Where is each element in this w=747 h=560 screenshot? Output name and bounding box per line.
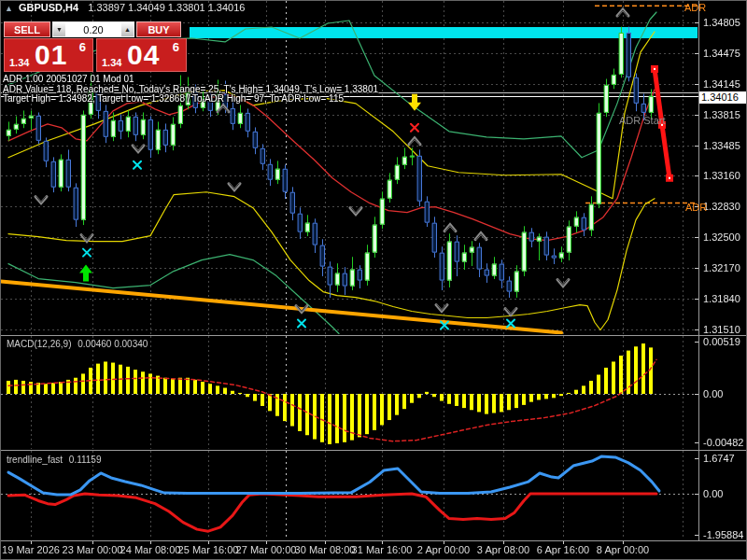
date-tick-label: 31 Mar 16:00 xyxy=(352,544,413,555)
price-tick-label: -1.95884 xyxy=(703,529,743,540)
panel-separator-trendline[interactable] xyxy=(1,450,747,451)
lot-size-spinner: ▼ ▲ xyxy=(52,21,134,37)
price-tick-label: 1.33485 xyxy=(703,140,740,151)
sell-price-point: 6 xyxy=(79,40,86,54)
price-axis-divider xyxy=(698,1,699,540)
date-tick-label: 3 Apr 08:00 xyxy=(477,544,529,555)
time-axis-separator xyxy=(1,540,747,541)
price-tick-label: 1.34145 xyxy=(703,78,740,90)
price-tick-label: 1.32170 xyxy=(703,262,740,273)
price-tick-label: 1.34475 xyxy=(703,48,740,59)
price-tick-label: 1.34805 xyxy=(703,17,740,28)
macd-name: MACD(12,26,9) xyxy=(7,339,71,349)
macd-values: 0.00460 0.00340 xyxy=(78,339,148,349)
ohlc-header: ▲ GBPUSD,H4 1.33897 1.34049 1.33801 1.34… xyxy=(5,2,245,13)
adr-high-label: ADR xyxy=(684,2,706,13)
buy-price-point: 6 xyxy=(173,40,179,54)
price-tick-label: 1.33160 xyxy=(703,170,740,181)
sell-price-quote[interactable]: 1.34 01 6 xyxy=(4,38,93,72)
adr-info-text: ADR 1.00 20051027 01 Mod 01ADR Value= 11… xyxy=(3,75,378,105)
price-tick-label: 1.6747 xyxy=(703,453,735,464)
one-click-trade-panel: SELL ▼ ▲ BUY 1.34 01 6 1.34 04 6 xyxy=(4,21,187,72)
adr-start-label: ADR Start xyxy=(619,115,666,126)
price-tick-label: 0.00 xyxy=(703,388,723,399)
sell-button[interactable]: SELL xyxy=(4,21,50,37)
price-tick-label: 0.00 xyxy=(703,488,723,499)
buy-price-pips: 04 xyxy=(127,39,160,71)
adr-info-line: Target High= 1.34982, Target Low= 1.3286… xyxy=(3,94,378,105)
lot-increase-icon[interactable]: ▲ xyxy=(121,22,134,36)
adr-info-line: ADR 1.00 20051027 01 Mod 01 xyxy=(3,75,378,85)
buy-price-quote[interactable]: 1.34 04 6 xyxy=(96,38,187,72)
trendline-value: 0.11159 xyxy=(69,455,102,465)
buy-button[interactable]: BUY xyxy=(136,21,181,37)
price-tick-label: 1.31510 xyxy=(703,324,740,335)
lot-size-input[interactable] xyxy=(65,22,121,36)
collapse-icon[interactable]: ▲ xyxy=(5,4,13,13)
date-tick-label: 2 Apr 00:00 xyxy=(417,544,470,555)
date-tick-label: 6 Apr 16:00 xyxy=(537,544,589,555)
price-tick-label: 1.33815 xyxy=(703,109,740,120)
date-tick-label: 8 Apr 00:00 xyxy=(597,544,649,555)
adr-low-label: ADR xyxy=(685,202,707,213)
price-tick-label: 1.31840 xyxy=(703,293,740,304)
symbol-timeframe: GBPUSD,H4 xyxy=(19,2,78,13)
price-tick-label: 1.32830 xyxy=(703,201,740,212)
date-tick-label: 19 Mar 2026 xyxy=(2,544,60,555)
price-tick-label: 1.32500 xyxy=(703,231,740,243)
mt4-chart-window: ▲ GBPUSD,H4 1.33897 1.34049 1.33801 1.34… xyxy=(0,0,747,560)
date-tick-label: 27 Mar 00:00 xyxy=(236,544,297,555)
lot-decrease-icon[interactable]: ▼ xyxy=(53,22,65,36)
panel-separator-macd[interactable] xyxy=(1,335,747,336)
sell-price-big-figure: 1.34 xyxy=(9,57,29,68)
ohlc-values: 1.33897 1.34049 1.33801 1.34016 xyxy=(88,2,245,13)
sell-price-pips: 01 xyxy=(35,39,67,71)
date-tick-label: 24 Mar 08:00 xyxy=(120,544,181,555)
current-bid-price-box: 1.34016 xyxy=(699,91,747,104)
trendline-label: trendline_fast 0.11159 xyxy=(7,455,102,465)
macd-label: MACD(12,26,9) 0.00460 0.00340 xyxy=(7,339,148,349)
date-tick-label: 25 Mar 16:00 xyxy=(178,544,239,555)
buy-price-big-figure: 1.34 xyxy=(102,57,121,68)
date-tick-label: 23 Mar 00:00 xyxy=(63,544,123,555)
price-tick-label: -0.00482 xyxy=(703,437,743,448)
trendline-name: trendline_fast xyxy=(7,455,63,465)
price-tick-label: 0.00519 xyxy=(703,336,740,347)
date-tick-label: 30 Mar 08:00 xyxy=(295,544,356,555)
